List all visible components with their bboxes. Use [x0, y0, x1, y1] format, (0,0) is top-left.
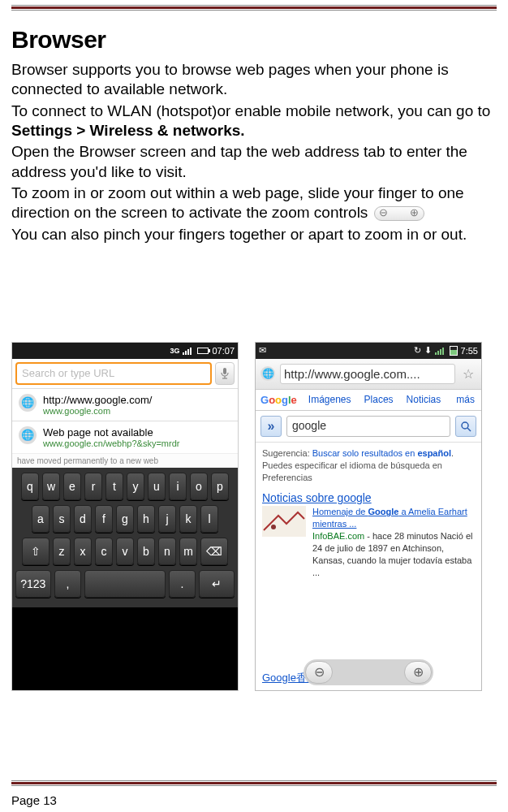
news-heading-link[interactable]: Noticias sobre google: [256, 488, 481, 506]
mic-icon: [220, 367, 230, 380]
status-bar: ✉ ↻ ⬇ 7:55: [256, 343, 481, 359]
key-d[interactable]: d: [74, 505, 92, 533]
key-e[interactable]: e: [63, 473, 81, 500]
key-f[interactable]: f: [95, 505, 113, 533]
svg-point-3: [462, 422, 468, 429]
bottom-rule: [11, 780, 497, 786]
key-o[interactable]: o: [190, 473, 208, 500]
key- [interactable]: [84, 570, 165, 598]
key-.[interactable]: .: [169, 570, 196, 598]
svg-rect-0: [223, 368, 226, 374]
notification-icon: ✉: [259, 345, 266, 356]
suggestion-link[interactable]: Buscar solo resultados en español: [312, 448, 451, 458]
zoom-out-button[interactable]: ⊖: [305, 661, 333, 684]
bookmark-button[interactable]: ☆: [460, 366, 476, 382]
item-sub: www.google.com: [43, 406, 152, 416]
news-thumbnail: [262, 506, 306, 537]
3g-icon: 3G: [170, 347, 179, 355]
search-suggestion: Sugerencia: Buscar solo resultados en es…: [256, 443, 481, 489]
key-a[interactable]: a: [32, 505, 50, 533]
news-source: InfoBAE.com: [312, 531, 364, 541]
svg-line-4: [467, 428, 471, 431]
key-u[interactable]: u: [148, 473, 166, 500]
globe-icon: 🌐: [19, 426, 37, 444]
tab-places[interactable]: Places: [358, 390, 400, 410]
item-title: http://www.google.com/: [43, 394, 152, 406]
key-⌫[interactable]: ⌫: [200, 538, 228, 565]
list-item[interactable]: 🌐 http://www.google.com/ www.google.com: [12, 388, 238, 421]
key-⇧[interactable]: ⇧: [22, 538, 50, 565]
key-r[interactable]: r: [84, 473, 102, 500]
item-title: Web page not available: [43, 426, 179, 438]
svg-point-6: [271, 525, 276, 529]
key-v[interactable]: v: [116, 538, 134, 565]
key-b[interactable]: b: [137, 538, 155, 565]
key-m[interactable]: m: [179, 538, 197, 565]
phone-screenshot-right: ✉ ↻ ⬇ 7:55 🌐 http://www.google.com.... ☆…: [255, 342, 482, 691]
url-input[interactable]: http://www.google.com....: [280, 364, 455, 384]
key-x[interactable]: x: [74, 538, 92, 565]
list-item[interactable]: 🌐 Web page not available www.google.cn/w…: [12, 421, 238, 453]
signal-icon: [435, 347, 446, 355]
key-s[interactable]: s: [53, 505, 71, 533]
status-time: 07:07: [212, 346, 235, 356]
mic-button[interactable]: [215, 362, 235, 385]
globe-icon: 🌐: [260, 366, 275, 381]
globe-icon: 🌐: [19, 394, 37, 412]
download-icon: ⬇: [424, 345, 432, 356]
page-number: Page 13: [11, 793, 57, 807]
key-w[interactable]: w: [42, 473, 60, 500]
para-2: To connect to WLAN (hotspot)or enable mo…: [11, 102, 497, 141]
suggestion-list: 🌐 http://www.google.com/ www.google.com …: [12, 388, 238, 453]
battery-icon: [197, 348, 209, 354]
news-title-link[interactable]: Homenaje de Google a Amelia Earhart mien…: [312, 507, 467, 529]
key-n[interactable]: n: [158, 538, 176, 565]
status-bar: 3G 07:07: [12, 343, 238, 359]
para-3: Open the Browser screen and tap the web …: [11, 142, 497, 182]
key-?123[interactable]: ?123: [15, 570, 51, 598]
battery-icon: [450, 346, 458, 356]
key-i[interactable]: i: [169, 473, 187, 500]
signal-icon: [183, 347, 194, 355]
tab-news[interactable]: Noticias: [400, 390, 448, 410]
zoom-in-button[interactable]: ⊕: [404, 661, 432, 684]
key-l[interactable]: l: [200, 505, 218, 533]
tab-more[interactable]: más: [450, 390, 481, 410]
phone-screenshot-left: 3G 07:07 Search or type URL 🌐 http://www…: [11, 342, 239, 691]
google-logo: Google: [256, 390, 302, 410]
news-result[interactable]: Homenaje de Google a Amelia Earhart mien…: [256, 506, 481, 581]
section-title: Browser: [11, 26, 497, 54]
url-bar: 🌐 http://www.google.com.... ☆: [256, 359, 481, 390]
key-j[interactable]: j: [158, 505, 176, 533]
key-t[interactable]: t: [105, 473, 123, 500]
para-1: Browser supports you to browse web pages…: [11, 60, 497, 100]
search-input[interactable]: google: [286, 416, 450, 437]
search-bar: » google: [256, 411, 481, 443]
item-sub: www.google.cn/webhp?&sky=mrdr: [43, 438, 179, 448]
key-y[interactable]: y: [127, 473, 144, 500]
keyboard: qwertyuiop asdfghjkl ⇧zxcvbnm⌫ ?123, .↵: [12, 468, 238, 607]
key-p[interactable]: p: [211, 473, 229, 500]
para-4: To zoom in or zoom out within a web page…: [11, 184, 497, 223]
para-5: You can also pinch your fingers together…: [11, 225, 497, 244]
key-c[interactable]: c: [95, 538, 113, 565]
key-↵[interactable]: ↵: [199, 570, 235, 598]
top-rule: [11, 5, 497, 10]
key-h[interactable]: h: [137, 505, 155, 533]
url-bar: Search or type URL: [12, 359, 238, 388]
body-text: Browser supports you to browse web pages…: [11, 60, 497, 244]
url-input[interactable]: Search or type URL: [15, 362, 212, 385]
key-q[interactable]: q: [21, 473, 39, 500]
key-k[interactable]: k: [179, 505, 197, 533]
status-time: 7:55: [461, 346, 478, 356]
key-g[interactable]: g: [116, 505, 134, 533]
zoom-control: ⊖ ⊕: [304, 659, 433, 685]
search-icon: [460, 421, 471, 432]
tab-images[interactable]: Imágenes: [302, 390, 358, 410]
expand-button[interactable]: »: [260, 416, 282, 437]
key-z[interactable]: z: [53, 538, 71, 565]
search-button[interactable]: [455, 416, 476, 437]
sync-icon: ↻: [414, 345, 421, 356]
inline-zoom-icon: ⊖⊕: [374, 206, 424, 221]
key-,[interactable]: ,: [54, 570, 82, 598]
